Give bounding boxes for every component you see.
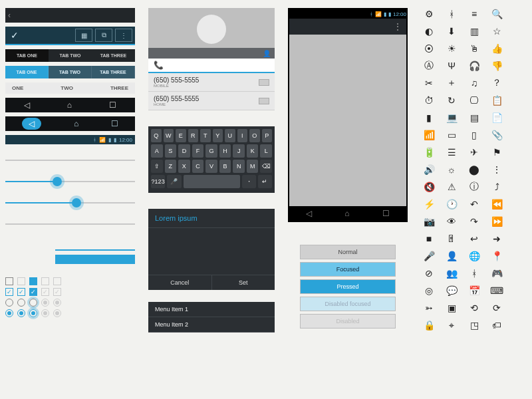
nav-recent-icon[interactable]: ☐ (382, 209, 390, 218)
key-F[interactable]: F (192, 144, 204, 158)
contact-number-row[interactable]: (650) 555-5555MOBILE (148, 73, 275, 92)
checkbox-checked-focused[interactable]: ✓ (29, 288, 37, 296)
clock-icon[interactable]: 🕐 (444, 198, 460, 210)
checkbox[interactable] (41, 277, 49, 285)
forward-icon[interactable]: ➜ (489, 233, 505, 245)
eye-icon[interactable]: 👁 (444, 215, 460, 227)
key-H[interactable]: H (219, 144, 231, 158)
brightness-icon[interactable]: ☀ (444, 43, 460, 55)
phone-content[interactable] (289, 35, 406, 206)
scrollable-tabs[interactable]: ONE TWO THREE (5, 82, 135, 94)
radio[interactable] (17, 299, 25, 307)
compass-icon[interactable]: ➳ (421, 302, 437, 314)
search-icon[interactable]: 🔍 (489, 8, 505, 20)
button-pressed[interactable]: Pressed (300, 279, 396, 294)
download-icon[interactable]: ⬇ (444, 25, 460, 37)
barcode-icon[interactable]: ▥ (466, 25, 482, 37)
key-D[interactable]: D (178, 144, 190, 158)
sms-icon[interactable] (259, 98, 269, 104)
help-icon[interactable]: ？ (489, 77, 505, 89)
add-icon[interactable]: ＋ (444, 77, 460, 89)
undo-icon[interactable]: ↶ (466, 198, 482, 210)
contact-number-row[interactable]: (650) 555-5555HOME (148, 92, 275, 110)
tab-three[interactable]: TAB THREE (92, 49, 135, 62)
wifi-icon[interactable]: 📶 (421, 129, 437, 141)
key-C[interactable]: C (192, 160, 204, 173)
share-icon[interactable]: ⤴ (489, 181, 505, 193)
monitor-icon[interactable]: 🖵 (466, 94, 482, 106)
key-B[interactable]: B (219, 160, 231, 173)
airplane-icon[interactable]: ✈ (466, 146, 482, 158)
tv-icon[interactable]: ▭ (444, 129, 460, 141)
autofix-icon[interactable]: Ⓐ (421, 60, 437, 72)
grid-icon[interactable]: ▦ (75, 29, 92, 42)
set-button[interactable]: Set (212, 275, 275, 290)
key-⇧[interactable]: ⇧ (151, 160, 163, 173)
brightness-low-icon[interactable]: ☼ (444, 164, 460, 176)
mic-off-icon[interactable]: 🎤 (421, 250, 437, 262)
gamepad-icon[interactable]: 🎮 (489, 267, 505, 279)
key-S[interactable]: S (165, 144, 177, 158)
key-L[interactable]: L (260, 144, 272, 158)
globe-icon[interactable]: 🌐 (466, 250, 482, 262)
tab-two[interactable]: TAB TWO (49, 49, 92, 62)
key-Z[interactable]: Z (165, 160, 177, 173)
rotate-left-icon[interactable]: ⟲ (466, 302, 482, 314)
key-O[interactable]: O (249, 129, 260, 142)
call-icon[interactable]: 📞 (154, 61, 164, 70)
sms-icon[interactable] (259, 79, 269, 86)
check-icon[interactable]: ✓ (5, 30, 24, 41)
refresh-icon[interactable]: ↻ (444, 94, 460, 106)
key-W[interactable]: W (164, 129, 174, 142)
star-icon[interactable]: ☆ (489, 25, 505, 37)
volume-icon[interactable]: 🔊 (421, 164, 437, 176)
battery-icon[interactable]: 🔋 (421, 146, 437, 158)
laptop-icon[interactable]: 💻 (444, 112, 460, 124)
flag-icon[interactable]: ⚑ (489, 146, 505, 158)
mouse-icon[interactable]: 🖱 (466, 43, 482, 55)
nav-home-icon[interactable]: ⌂ (74, 119, 78, 128)
nav-back-pill[interactable]: ◁ (22, 118, 41, 130)
button-focused[interactable]: Focused (300, 262, 396, 277)
key-X[interactable]: X (178, 160, 190, 173)
thumbs-down-icon[interactable]: 👎 (489, 60, 505, 72)
locate-icon[interactable]: ⌖ (444, 319, 460, 331)
menu-item[interactable]: Menu Item 2 (148, 317, 275, 332)
button-normal[interactable]: Normal (300, 245, 396, 259)
alert-icon[interactable]: ⬤ (466, 164, 482, 176)
label-icon[interactable]: 🏷 (489, 319, 505, 331)
nav-back-icon[interactable]: ◁ (306, 209, 312, 218)
nav-home-icon[interactable]: ⌂ (67, 100, 72, 110)
nav-recent-icon[interactable]: ☐ (109, 100, 116, 110)
crop2-icon[interactable]: ◳ (466, 319, 482, 331)
key-R[interactable]: R (188, 129, 199, 142)
nav-back-icon[interactable]: ◁ (24, 100, 30, 110)
new-tab-icon[interactable]: ⧉ (95, 29, 112, 42)
contrast-icon[interactable]: ◐ (421, 25, 437, 37)
calendar-icon[interactable]: 📅 (466, 285, 482, 297)
rewind-icon[interactable]: ⏪ (489, 198, 505, 210)
timer-icon[interactable]: ⏱ (421, 94, 437, 106)
slider-empty[interactable] (5, 156, 135, 164)
radio-checked-focused[interactable] (29, 309, 37, 317)
location-icon[interactable]: 📍 (489, 250, 505, 262)
bluetooth-on-icon[interactable]: ᚼ (466, 267, 482, 279)
person-icon[interactable]: 👤 (444, 250, 460, 262)
text-field[interactable] (55, 241, 135, 251)
key-P[interactable]: P (262, 129, 273, 142)
key-space[interactable] (184, 175, 240, 188)
key-・[interactable]: ・ (242, 175, 256, 188)
reply-icon[interactable]: ↩ (466, 233, 482, 245)
cancel-icon[interactable]: ⊘ (421, 267, 437, 279)
key-🎤[interactable]: 🎤 (167, 175, 181, 188)
camera-icon[interactable]: 📷 (421, 215, 437, 227)
server-icon[interactable]: ☰ (444, 146, 460, 158)
menu-item[interactable]: Menu Item 1 (148, 302, 275, 317)
key-V[interactable]: V (205, 160, 217, 173)
phone-portrait-icon[interactable]: ▯ (466, 129, 482, 141)
key-N[interactable]: N (233, 160, 245, 173)
key-I[interactable]: I (237, 129, 248, 142)
key-M[interactable]: M (247, 160, 259, 173)
key-↵[interactable]: ↵ (258, 175, 272, 188)
key-⌫[interactable]: ⌫ (260, 160, 272, 173)
